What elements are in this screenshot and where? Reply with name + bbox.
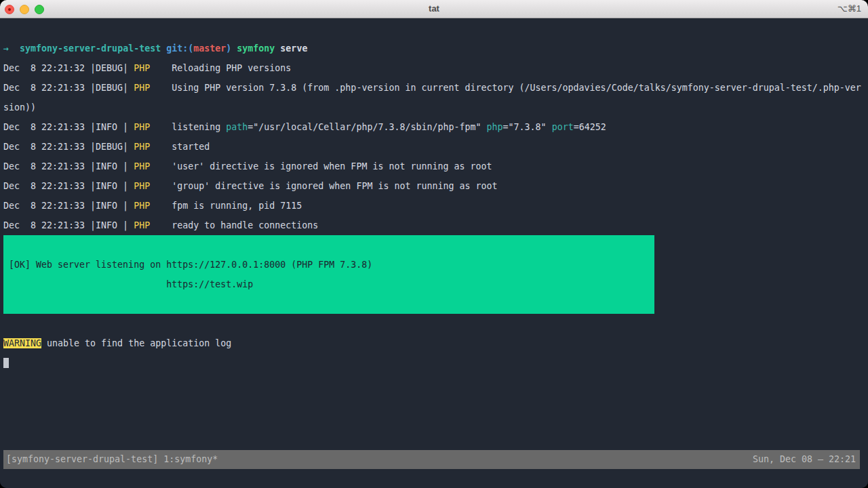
tmux-session-window-tab[interactable]: [symfony-server-drupal-test] 1:symfony* bbox=[6, 450, 218, 469]
tmux-status-bar: [symfony-server-drupal-test] 1:symfony* … bbox=[3, 450, 860, 469]
window-shortcut-badge: ⌥⌘1 bbox=[837, 0, 861, 18]
tmux-clock: Sun, Dec 08 – 22:21 bbox=[753, 450, 856, 469]
terminal-line-log: sion)) bbox=[3, 98, 868, 117]
terminal-screen[interactable]: → symfony-server-drupal-test git:(master… bbox=[0, 18, 868, 488]
terminal-cursor bbox=[3, 358, 9, 368]
terminal-line-log: Dec 8 22:21:33 |INFO | PHP 'user' direct… bbox=[3, 157, 868, 176]
terminal-line-log: Dec 8 22:21:33 |DEBUG| PHP started bbox=[3, 137, 868, 157]
terminal-line-log: Dec 8 22:21:33 |INFO | PHP fpm is runnin… bbox=[3, 196, 868, 216]
terminal-line-log: Dec 8 22:21:33 |INFO | PHP ready to hand… bbox=[3, 216, 868, 235]
terminal-output: → symfony-server-drupal-test git:(master… bbox=[3, 39, 868, 373]
terminal-line-log: Dec 8 22:21:33 |INFO | PHP listening pat… bbox=[3, 117, 868, 137]
window-title: tat bbox=[0, 0, 868, 18]
terminal-line-log: Dec 8 22:21:32 |DEBUG| PHP Reloading PHP… bbox=[3, 58, 868, 78]
titlebar[interactable]: tat ⌥⌘1 bbox=[0, 0, 868, 18]
terminal-line-log: Dec 8 22:21:33 |DEBUG| PHP Using PHP ver… bbox=[3, 78, 868, 98]
terminal-line-prompt: → symfony-server-drupal-test git:(master… bbox=[3, 39, 868, 58]
terminal-line-log: Dec 8 22:21:33 |INFO | PHP 'group' direc… bbox=[3, 176, 868, 196]
success-message-box: [OK] Web server listening on https://127… bbox=[3, 235, 654, 314]
terminal-line-warning: WARNING unable to find the application l… bbox=[3, 333, 868, 353]
terminal-window: tat ⌥⌘1 → symfony-server-drupal-test git… bbox=[0, 0, 868, 488]
